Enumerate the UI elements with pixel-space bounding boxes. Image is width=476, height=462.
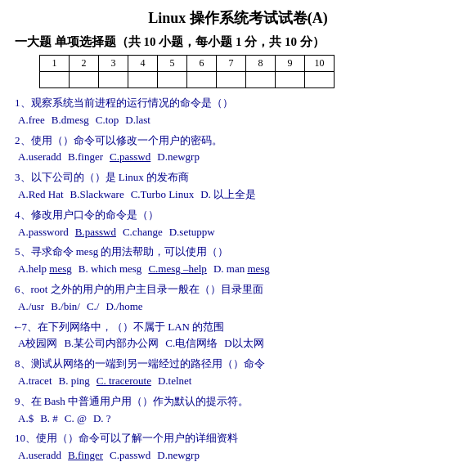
question-text: 2、使用（）命令可以修改一个用户的密码。 xyxy=(15,132,461,150)
option-item: C.change xyxy=(123,226,163,238)
question-options: A.useraddB.fingerC.passwdD.newgrp xyxy=(18,149,461,166)
question-text: 10、使用（）命令可以了解一个用户的详细资料 xyxy=(15,430,461,447)
page-title: Linux 操作系统考试试卷(A) xyxy=(15,8,461,28)
score-col-value xyxy=(158,72,187,88)
option-item: B.passwd xyxy=(75,226,116,238)
question-options: A.help mesgB. which mesgC.mesg –helpD. m… xyxy=(18,261,461,278)
option-item: B.finger xyxy=(68,449,103,461)
question-number: 8、测试从网络的一端到另一端经过的路径用（）命令 xyxy=(15,357,265,370)
option-item: D./home xyxy=(106,300,142,312)
option-item: D以太网 xyxy=(224,337,263,349)
question-number: 5、寻求命令 mesg 的用法帮助，可以使用（） xyxy=(15,245,228,258)
score-col-header: 9 xyxy=(276,56,305,72)
question-number: 9、在 Bash 中普通用户用（）作为默认的提示符。 xyxy=(15,395,249,407)
option-item: C.top xyxy=(96,114,119,126)
option-item: C. @ xyxy=(65,412,87,424)
option-item: A.Red Hat xyxy=(18,188,64,200)
score-col-value xyxy=(40,72,70,88)
option-item: B. ping xyxy=(59,375,90,387)
question-text: 9、在 Bash 中普通用户用（）作为默认的提示符。 xyxy=(15,393,461,410)
question-options: A校园网B.某公司内部办公网C.电信网络D以太网 xyxy=(18,335,461,352)
rotate-mark: ↑ xyxy=(9,325,26,330)
option-item: B.finger xyxy=(68,150,103,163)
question-block: 2、使用（）命令可以修改一个用户的密码。A.useraddB.fingerC.p… xyxy=(15,132,461,167)
question-text: 6、root 之外的用户的用户主目录一般在（）目录里面 xyxy=(15,281,461,298)
question-number: 7、在下列网络中，（）不属于 LAN 的范围 xyxy=(22,321,225,333)
option-item: A.useradd xyxy=(18,150,61,163)
question-text: 4、修改用户口令的命令是（） xyxy=(15,207,461,224)
question-number: 10、使用（）命令可以了解一个用户的详细资料 xyxy=(15,432,238,444)
question-block: 4、修改用户口令的命令是（）A.passwordB.passwdC.change… xyxy=(15,207,461,241)
option-item: A校园网 xyxy=(18,337,57,349)
option-item: A.free xyxy=(18,114,45,126)
option-item: C. traceroute xyxy=(97,375,151,387)
question-text: 1、观察系统当前进程的运行情况的命令是（） xyxy=(15,95,461,112)
option-item: B. which mesg xyxy=(79,262,142,275)
option-item: D.newgrp xyxy=(157,150,200,163)
question-options: A.useraddB.fingerC.passwdD.newgrp xyxy=(18,447,461,462)
score-col-value xyxy=(99,72,128,88)
score-col-header: 7 xyxy=(217,56,246,72)
score-col-header: 1 xyxy=(40,56,70,72)
score-col-value xyxy=(276,72,305,88)
question-block: 5、寻求命令 mesg 的用法帮助，可以使用（）A.help mesgB. wh… xyxy=(15,244,461,278)
score-col-header: 5 xyxy=(158,56,187,72)
score-col-value xyxy=(187,72,217,88)
option-item: C.电信网络 xyxy=(165,337,218,349)
question-text: 8、测试从网络的一端到另一端经过的路径用（）命令 xyxy=(15,356,461,373)
score-table: 12345678910 xyxy=(39,55,335,88)
score-col-value xyxy=(128,72,158,88)
option-item: D. man mesg xyxy=(213,262,270,275)
question-number: 1、观察系统当前进程的运行情况的命令是（） xyxy=(15,96,233,109)
score-col-value xyxy=(305,72,335,88)
option-item: D. ? xyxy=(93,412,111,424)
score-col-header: 2 xyxy=(70,56,99,72)
option-item: D. 以上全是 xyxy=(200,188,256,200)
option-item: C./ xyxy=(87,300,100,312)
question-options: A.tracetB. pingC. tracerouteD.telnet xyxy=(18,373,461,390)
question-options: A.freeB.dmesgC.topD.last xyxy=(18,112,461,129)
question-options: A.$B. #C. @D. ? xyxy=(18,410,461,428)
option-item: A./usr xyxy=(18,300,44,312)
option-item: C.passwd xyxy=(110,150,150,163)
questions-container: 1、观察系统当前进程的运行情况的命令是（）A.freeB.dmesgC.topD… xyxy=(15,95,461,462)
score-col-header: 4 xyxy=(128,56,158,72)
option-item: C.mesg –help xyxy=(148,262,207,275)
option-item: A.useradd xyxy=(18,449,61,461)
score-col-header: 3 xyxy=(99,56,128,72)
option-item: B.Slackware xyxy=(70,188,124,200)
question-number: 4、修改用户口令的命令是（） xyxy=(15,209,159,221)
question-block: 8、测试从网络的一端到另一端经过的路径用（）命令A.tracetB. pingC… xyxy=(15,356,461,390)
question-number: 2、使用（）命令可以修改一个用户的密码。 xyxy=(15,134,222,146)
score-col-header: 8 xyxy=(246,56,276,72)
option-item: A.$ xyxy=(18,412,34,424)
option-item: B.某公司内部办公网 xyxy=(64,337,159,349)
score-col-header: 10 xyxy=(305,56,335,72)
option-item: D.newgrp xyxy=(157,449,200,461)
option-item: D.setuppw xyxy=(169,226,215,238)
section-title: 一大题 单项选择题（共 10 小题，每小题 1 分，共 10 分） xyxy=(15,34,461,50)
question-number: 6、root 之外的用户的用户主目录一般在（）目录里面 xyxy=(15,283,263,295)
score-col-value xyxy=(217,72,246,88)
question-block: 6、root 之外的用户的用户主目录一般在（）目录里面A./usrB./bin/… xyxy=(15,281,461,316)
question-block: 9、在 Bash 中普通用户用（）作为默认的提示符。A.$B. #C. @D. … xyxy=(15,393,461,428)
option-item: B. # xyxy=(40,412,58,424)
question-text: 5、寻求命令 mesg 的用法帮助，可以使用（） xyxy=(15,244,461,261)
option-item: C.passwd xyxy=(110,449,150,461)
question-text: 3、以下公司的（）是 Linux 的发布商 xyxy=(15,169,461,186)
question-number: 3、以下公司的（）是 Linux 的发布商 xyxy=(15,171,189,183)
option-item: A.password xyxy=(18,226,69,238)
option-item: C.Turbo Linux xyxy=(131,188,195,200)
question-text: ↑7、在下列网络中，（）不属于 LAN 的范围 xyxy=(15,319,461,336)
question-block: 1、观察系统当前进程的运行情况的命令是（）A.freeB.dmesgC.topD… xyxy=(15,95,461,129)
question-options: A.Red HatB.SlackwareC.Turbo LinuxD. 以上全是 xyxy=(18,186,461,204)
question-options: A.passwordB.passwdC.changeD.setuppw xyxy=(18,224,461,241)
option-item: A.tracet xyxy=(18,375,52,387)
question-block: 10、使用（）命令可以了解一个用户的详细资料A.useraddB.fingerC… xyxy=(15,430,461,462)
question-options: A./usrB./bin/C./D./home xyxy=(18,298,461,316)
option-item: A.help mesg xyxy=(18,262,72,275)
score-col-value xyxy=(70,72,99,88)
option-item: D.telnet xyxy=(158,375,192,387)
question-block: ↑7、在下列网络中，（）不属于 LAN 的范围A校园网B.某公司内部办公网C.电… xyxy=(15,319,461,353)
score-col-header: 6 xyxy=(187,56,217,72)
